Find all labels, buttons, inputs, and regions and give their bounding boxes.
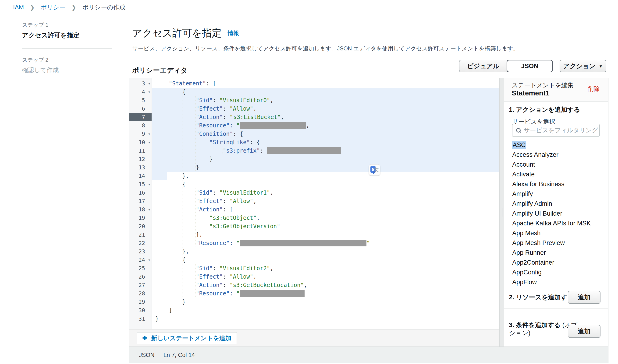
indent-guide xyxy=(182,231,196,239)
line-number: 17 xyxy=(129,197,151,205)
chevron-right-icon: ❯ xyxy=(71,4,76,11)
service-item[interactable]: App Runner xyxy=(512,248,606,258)
service-item[interactable]: AppConfig xyxy=(512,267,606,277)
line-number: 15▾ xyxy=(129,180,151,189)
code-line: { xyxy=(152,180,499,189)
service-item[interactable]: Alexa for Business xyxy=(512,179,606,189)
indent-guide xyxy=(182,197,196,205)
indent-guide xyxy=(182,273,196,281)
redacted-value xyxy=(240,240,367,247)
indent-guide xyxy=(196,222,209,231)
visual-tab[interactable]: ビジュアル xyxy=(459,60,507,72)
service-filter-input[interactable]: サービスをフィルタリング xyxy=(512,124,600,136)
iam-create-policy-page: IAM ❯ ポリシー ❯ ポリシーの作成 ステップ 1 アクセス許可を指定 ステ… xyxy=(0,0,618,364)
service-item[interactable]: Amplify Admin xyxy=(512,199,606,208)
code-line: } xyxy=(152,163,499,172)
add-statement-button[interactable]: ✚ 新しいステートメントを追加 xyxy=(137,332,237,344)
indent-guide xyxy=(155,214,169,222)
fold-arrow-icon[interactable]: ▾ xyxy=(148,130,151,138)
edit-statement-label: ステートメントを編集 xyxy=(512,81,573,89)
service-item[interactable]: Activate xyxy=(512,169,606,179)
indent-guide xyxy=(182,163,196,172)
service-item[interactable]: App Mesh Preview xyxy=(512,238,606,248)
indent-guide xyxy=(155,306,169,314)
indent-guide xyxy=(155,113,169,121)
service-item[interactable]: Amplify UI Builder xyxy=(512,208,606,218)
indent-guide xyxy=(169,231,182,239)
indent-guide xyxy=(155,88,169,96)
indent-guide xyxy=(196,214,209,222)
service-item[interactable]: App Mesh xyxy=(512,228,606,238)
editor-mode-toggle: ビジュアル JSON xyxy=(459,60,553,72)
step1-title: アクセス許可を指定 xyxy=(22,31,112,39)
add-condition-button[interactable]: 追加 xyxy=(568,325,601,338)
line-number: 19 xyxy=(129,214,151,222)
indent-guide xyxy=(169,205,182,214)
indent-guide xyxy=(155,130,169,138)
panel-divider xyxy=(504,288,608,288)
indent-guide xyxy=(169,138,182,146)
steps-divider xyxy=(22,48,112,49)
code-line: "Condition": { xyxy=(152,130,499,138)
fold-arrow-icon[interactable]: ▾ xyxy=(148,180,151,189)
indent-guide xyxy=(169,155,182,163)
code-line: "Sid": "VisualEditor0", xyxy=(152,96,499,104)
service-item[interactable]: Account xyxy=(512,160,606,169)
fold-arrow-icon[interactable]: ▾ xyxy=(148,88,151,96)
fold-arrow-icon[interactable]: ▾ xyxy=(148,205,151,214)
code-line: "Resource": ", xyxy=(152,121,499,130)
code-line: "Sid": "VisualEditor1", xyxy=(152,189,499,197)
actions-dropdown-button[interactable]: アクション ▼ xyxy=(560,60,606,72)
panel-resize-handle[interactable] xyxy=(499,78,504,347)
statement-panel: ステートメントを編集 Statement1 削除 1. アクションを追加する サ… xyxy=(504,78,608,347)
line-number: 10▾ xyxy=(129,138,151,146)
breadcrumb-iam[interactable]: IAM xyxy=(13,4,24,11)
indent-guide xyxy=(182,289,196,298)
indent-guide xyxy=(169,247,182,256)
code-line: } xyxy=(152,314,499,323)
fold-arrow-icon[interactable]: ▾ xyxy=(148,138,151,146)
code-line: "StringLike": { xyxy=(152,138,499,146)
indent-guide xyxy=(182,113,196,121)
step1-kicker: ステップ 1 xyxy=(22,22,112,29)
google-translate-icon[interactable]: G 文 xyxy=(369,164,380,176)
page-description: サービス、アクション、リソース、条件を選択してアクセス許可を追加します。JSON… xyxy=(132,45,595,52)
indent-guide xyxy=(169,298,182,306)
line-number: 29 xyxy=(129,298,151,306)
indent-guide xyxy=(169,281,182,289)
service-item[interactable]: Apache Kafka APIs for MSK xyxy=(512,218,606,228)
json-tab[interactable]: JSON xyxy=(507,60,553,72)
indent-guide xyxy=(182,239,196,247)
line-number: 18▾ xyxy=(129,205,151,214)
code-line: "s3:prefix": xyxy=(152,146,499,155)
line-number: 28 xyxy=(129,289,151,298)
indent-guide xyxy=(155,298,169,306)
indent-guide xyxy=(182,155,196,163)
indent-guide xyxy=(155,289,169,298)
service-item[interactable]: App2Container xyxy=(512,258,606,267)
breadcrumb-policies[interactable]: ポリシー xyxy=(41,3,65,12)
line-number: 7 xyxy=(129,113,151,121)
status-mode: JSON xyxy=(139,352,155,358)
service-item[interactable]: Access Analyzer xyxy=(512,150,606,160)
code-line: "Action": [ xyxy=(152,205,499,214)
indent-guide xyxy=(155,273,169,281)
line-number: 9▾ xyxy=(129,130,151,138)
code-line: "Statement": [ xyxy=(152,79,499,88)
indent-guide xyxy=(196,146,209,155)
json-code-editor[interactable]: 3▾"Statement": [4▾{5"Sid": "VisualEditor… xyxy=(129,78,499,329)
service-item[interactable]: Amplify xyxy=(512,189,606,199)
fold-arrow-icon[interactable]: ▾ xyxy=(148,79,151,88)
delete-statement-link[interactable]: 削除 xyxy=(588,85,600,93)
redacted-value xyxy=(240,122,306,129)
line-number: 25 xyxy=(129,264,151,273)
indent-guide xyxy=(182,96,196,104)
indent-guide xyxy=(155,222,169,231)
add-resource-button[interactable]: 追加 xyxy=(568,291,601,304)
statement-panel-header: ステートメントを編集 Statement1 削除 xyxy=(504,78,608,102)
service-item[interactable]: AppFlow xyxy=(512,277,606,287)
fold-arrow-icon[interactable]: ▾ xyxy=(148,256,151,264)
indent-guide xyxy=(155,247,169,256)
info-link[interactable]: 情報 xyxy=(228,29,239,37)
service-item[interactable]: ASC xyxy=(512,140,606,150)
